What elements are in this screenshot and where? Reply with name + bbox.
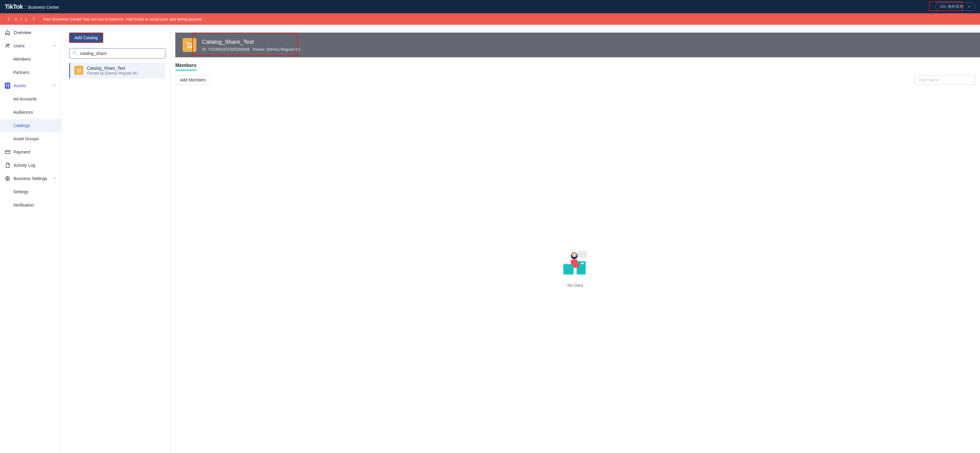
banner-message: Your Business Center has run out of bala… — [43, 17, 203, 21]
nav-assets[interactable]: Assets — [0, 79, 61, 92]
svg-point-0 — [6, 44, 8, 46]
detail-meta: ID: 7023981972305250049 Owner: (Demo) Re… — [202, 47, 301, 52]
members-search[interactable] — [915, 75, 975, 85]
nav-overview-label: Overview — [14, 30, 31, 35]
detail-tabs: Members — [175, 63, 980, 71]
svg-point-14 — [191, 47, 192, 48]
brand-product: Business Center — [28, 5, 59, 10]
add-catalog-button[interactable]: Add Catalog — [69, 33, 103, 43]
nav-activity-log[interactable]: Activity Log — [0, 159, 61, 172]
svg-rect-5 — [8, 85, 10, 86]
chevron-up-icon — [52, 83, 56, 88]
brand: TikTok : Business Center — [5, 3, 59, 10]
svg-rect-27 — [581, 262, 584, 264]
catalog-search-input[interactable] — [80, 51, 162, 56]
svg-point-11 — [78, 72, 78, 72]
users-icon — [5, 43, 10, 49]
catalog-list-pane: Add Catalog Catalog_Share_Test Owned by … — [61, 25, 170, 453]
nav-asset-groups[interactable]: Asset Groups — [0, 132, 61, 145]
svg-rect-3 — [8, 84, 10, 85]
empty-text: No Data — [568, 283, 583, 288]
catalog-list-item[interactable]: Catalog_Share_Test Owned by (Demo) Regul… — [69, 63, 165, 78]
nav-payment[interactable]: Payment — [0, 145, 61, 159]
nav-assets-label: Assets — [14, 83, 26, 88]
account-selector-label: UG–海外应用 — [940, 4, 963, 10]
nav-overview[interactable]: Overview — [0, 26, 61, 39]
empty-illustration-icon — [561, 250, 590, 278]
search-icon — [72, 51, 77, 56]
members-search-input[interactable] — [918, 77, 972, 83]
detail-title: Catalog_Share_Test — [202, 38, 301, 45]
nav-payment-label: Payment — [14, 149, 30, 154]
catalog-item-owner: Owned by (Demo) Regular BC — [87, 71, 138, 75]
nav-users-partners[interactable]: Partners — [0, 66, 61, 79]
file-icon — [5, 162, 10, 168]
cart-icon — [183, 38, 196, 52]
catalog-search[interactable] — [69, 48, 165, 59]
svg-rect-6 — [6, 87, 7, 87]
svg-rect-25 — [571, 259, 578, 265]
nav-business-settings-label: Business Settings — [14, 176, 47, 181]
nav-ad-accounts[interactable]: Ad Accounts — [0, 92, 61, 106]
nav-users-members[interactable]: Members — [0, 52, 61, 66]
chevron-up-icon — [52, 43, 56, 48]
nav-users[interactable]: Users — [0, 39, 61, 52]
sidebar: Overview Users Members Partners Assets — [0, 25, 61, 453]
chevron-up-icon — [52, 176, 56, 181]
catalog-detail-pane: Catalog_Share_Test ID: 70239819723052500… — [170, 25, 980, 453]
svg-rect-2 — [6, 84, 7, 85]
nav-users-label: Users — [14, 43, 25, 48]
svg-point-12 — [80, 72, 80, 72]
svg-rect-7 — [8, 87, 10, 87]
svg-point-1 — [8, 44, 10, 45]
nav-catalogs[interactable]: Catalogs — [0, 119, 61, 132]
detail-header: Catalog_Share_Test ID: 70239819723052500… — [175, 33, 980, 57]
members-toolbar: Add Members — [175, 75, 975, 85]
top-bar: TikTok : Business Center UG–海外应用 — [0, 0, 980, 13]
alert-banner: 1 / 1 Your Business Center has run out o… — [0, 13, 980, 25]
tab-members[interactable]: Members — [175, 63, 196, 71]
gear-icon — [5, 176, 10, 181]
account-selector[interactable]: UG–海外应用 — [935, 2, 975, 11]
banner-prev-button[interactable] — [5, 17, 13, 21]
svg-rect-8 — [5, 151, 10, 154]
cart-icon — [74, 66, 83, 75]
nav-settings[interactable]: Settings — [0, 185, 61, 199]
catalog-item-name: Catalog_Share_Test — [87, 66, 138, 71]
brand-tiktok: TikTok — [5, 3, 23, 10]
chevron-down-icon — [967, 5, 970, 9]
nav-business-settings[interactable]: Business Settings — [0, 172, 61, 185]
svg-point-13 — [188, 47, 189, 48]
assets-icon — [5, 83, 10, 88]
svg-rect-4 — [6, 85, 7, 86]
svg-rect-19 — [563, 264, 574, 275]
card-icon — [5, 149, 10, 155]
svg-point-24 — [575, 255, 575, 256]
svg-point-16 — [579, 253, 580, 254]
svg-rect-26 — [565, 262, 568, 264]
nav-verification[interactable]: Verification — [0, 199, 61, 212]
home-icon — [5, 30, 10, 35]
svg-point-10 — [73, 51, 76, 54]
nav-activity-log-label: Activity Log — [14, 163, 35, 168]
add-members-button[interactable]: Add Members — [175, 75, 211, 85]
nav-audiences[interactable]: Audiences — [0, 106, 61, 119]
banner-next-button[interactable] — [30, 17, 37, 21]
svg-point-23 — [573, 255, 573, 256]
svg-point-18 — [584, 253, 585, 254]
banner-pager: 1 / 1 — [13, 17, 30, 21]
empty-state: No Data — [170, 85, 980, 453]
brand-sep: : — [25, 4, 27, 10]
svg-point-17 — [581, 253, 582, 254]
svg-point-9 — [7, 178, 8, 180]
